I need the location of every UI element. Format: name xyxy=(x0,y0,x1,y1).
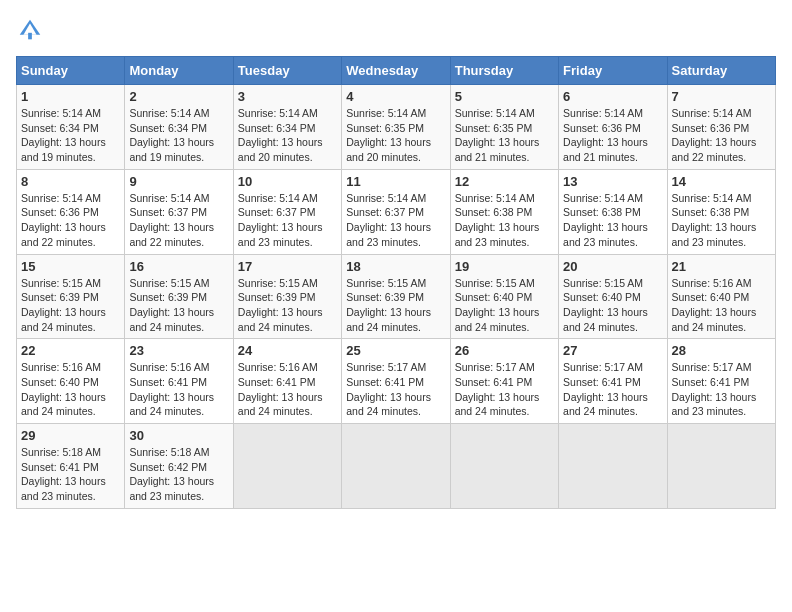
day-number: 29 xyxy=(21,428,120,443)
day-info: Sunrise: 5:15 AMSunset: 6:40 PMDaylight:… xyxy=(563,276,662,335)
header-day-sunday: Sunday xyxy=(17,57,125,85)
day-info: Sunrise: 5:16 AMSunset: 6:40 PMDaylight:… xyxy=(672,276,771,335)
calendar-cell: 16Sunrise: 5:15 AMSunset: 6:39 PMDayligh… xyxy=(125,254,233,339)
day-info: Sunrise: 5:14 AMSunset: 6:37 PMDaylight:… xyxy=(346,191,445,250)
day-number: 19 xyxy=(455,259,554,274)
day-number: 30 xyxy=(129,428,228,443)
calendar-table: SundayMondayTuesdayWednesdayThursdayFrid… xyxy=(16,56,776,509)
day-info: Sunrise: 5:15 AMSunset: 6:39 PMDaylight:… xyxy=(21,276,120,335)
header-day-saturday: Saturday xyxy=(667,57,775,85)
calendar-cell: 19Sunrise: 5:15 AMSunset: 6:40 PMDayligh… xyxy=(450,254,558,339)
calendar-cell: 12Sunrise: 5:14 AMSunset: 6:38 PMDayligh… xyxy=(450,169,558,254)
day-number: 21 xyxy=(672,259,771,274)
day-number: 15 xyxy=(21,259,120,274)
day-info: Sunrise: 5:14 AMSunset: 6:35 PMDaylight:… xyxy=(455,106,554,165)
day-info: Sunrise: 5:15 AMSunset: 6:39 PMDaylight:… xyxy=(238,276,337,335)
calendar-body: 1Sunrise: 5:14 AMSunset: 6:34 PMDaylight… xyxy=(17,85,776,509)
day-info: Sunrise: 5:17 AMSunset: 6:41 PMDaylight:… xyxy=(455,360,554,419)
day-number: 12 xyxy=(455,174,554,189)
calendar-cell: 15Sunrise: 5:15 AMSunset: 6:39 PMDayligh… xyxy=(17,254,125,339)
calendar-cell xyxy=(450,424,558,509)
day-number: 26 xyxy=(455,343,554,358)
day-number: 8 xyxy=(21,174,120,189)
calendar-cell: 8Sunrise: 5:14 AMSunset: 6:36 PMDaylight… xyxy=(17,169,125,254)
calendar-cell: 9Sunrise: 5:14 AMSunset: 6:37 PMDaylight… xyxy=(125,169,233,254)
week-row-5: 29Sunrise: 5:18 AMSunset: 6:41 PMDayligh… xyxy=(17,424,776,509)
calendar-cell xyxy=(342,424,450,509)
day-info: Sunrise: 5:18 AMSunset: 6:41 PMDaylight:… xyxy=(21,445,120,504)
day-info: Sunrise: 5:14 AMSunset: 6:37 PMDaylight:… xyxy=(129,191,228,250)
day-number: 23 xyxy=(129,343,228,358)
day-number: 28 xyxy=(672,343,771,358)
day-info: Sunrise: 5:14 AMSunset: 6:34 PMDaylight:… xyxy=(238,106,337,165)
calendar-cell: 20Sunrise: 5:15 AMSunset: 6:40 PMDayligh… xyxy=(559,254,667,339)
calendar-cell: 10Sunrise: 5:14 AMSunset: 6:37 PMDayligh… xyxy=(233,169,341,254)
day-number: 2 xyxy=(129,89,228,104)
calendar-cell: 6Sunrise: 5:14 AMSunset: 6:36 PMDaylight… xyxy=(559,85,667,170)
day-info: Sunrise: 5:14 AMSunset: 6:35 PMDaylight:… xyxy=(346,106,445,165)
day-info: Sunrise: 5:14 AMSunset: 6:36 PMDaylight:… xyxy=(672,106,771,165)
day-number: 6 xyxy=(563,89,662,104)
calendar-cell: 7Sunrise: 5:14 AMSunset: 6:36 PMDaylight… xyxy=(667,85,775,170)
day-info: Sunrise: 5:14 AMSunset: 6:38 PMDaylight:… xyxy=(455,191,554,250)
calendar-cell: 17Sunrise: 5:15 AMSunset: 6:39 PMDayligh… xyxy=(233,254,341,339)
day-info: Sunrise: 5:17 AMSunset: 6:41 PMDaylight:… xyxy=(346,360,445,419)
day-number: 24 xyxy=(238,343,337,358)
calendar-header: SundayMondayTuesdayWednesdayThursdayFrid… xyxy=(17,57,776,85)
day-number: 27 xyxy=(563,343,662,358)
logo xyxy=(16,16,44,44)
calendar-cell: 28Sunrise: 5:17 AMSunset: 6:41 PMDayligh… xyxy=(667,339,775,424)
day-info: Sunrise: 5:16 AMSunset: 6:41 PMDaylight:… xyxy=(238,360,337,419)
calendar-cell: 1Sunrise: 5:14 AMSunset: 6:34 PMDaylight… xyxy=(17,85,125,170)
day-info: Sunrise: 5:14 AMSunset: 6:36 PMDaylight:… xyxy=(563,106,662,165)
calendar-cell: 25Sunrise: 5:17 AMSunset: 6:41 PMDayligh… xyxy=(342,339,450,424)
day-info: Sunrise: 5:14 AMSunset: 6:36 PMDaylight:… xyxy=(21,191,120,250)
day-number: 25 xyxy=(346,343,445,358)
day-number: 5 xyxy=(455,89,554,104)
calendar-cell: 4Sunrise: 5:14 AMSunset: 6:35 PMDaylight… xyxy=(342,85,450,170)
day-info: Sunrise: 5:16 AMSunset: 6:40 PMDaylight:… xyxy=(21,360,120,419)
header-day-thursday: Thursday xyxy=(450,57,558,85)
calendar-cell: 24Sunrise: 5:16 AMSunset: 6:41 PMDayligh… xyxy=(233,339,341,424)
calendar-cell xyxy=(559,424,667,509)
header-day-monday: Monday xyxy=(125,57,233,85)
calendar-cell: 11Sunrise: 5:14 AMSunset: 6:37 PMDayligh… xyxy=(342,169,450,254)
day-number: 11 xyxy=(346,174,445,189)
header-day-tuesday: Tuesday xyxy=(233,57,341,85)
calendar-cell: 18Sunrise: 5:15 AMSunset: 6:39 PMDayligh… xyxy=(342,254,450,339)
week-row-3: 15Sunrise: 5:15 AMSunset: 6:39 PMDayligh… xyxy=(17,254,776,339)
day-number: 17 xyxy=(238,259,337,274)
calendar-cell: 26Sunrise: 5:17 AMSunset: 6:41 PMDayligh… xyxy=(450,339,558,424)
day-info: Sunrise: 5:17 AMSunset: 6:41 PMDaylight:… xyxy=(672,360,771,419)
calendar-cell: 23Sunrise: 5:16 AMSunset: 6:41 PMDayligh… xyxy=(125,339,233,424)
calendar-cell: 14Sunrise: 5:14 AMSunset: 6:38 PMDayligh… xyxy=(667,169,775,254)
day-info: Sunrise: 5:15 AMSunset: 6:40 PMDaylight:… xyxy=(455,276,554,335)
calendar-cell: 5Sunrise: 5:14 AMSunset: 6:35 PMDaylight… xyxy=(450,85,558,170)
logo-icon xyxy=(16,16,44,44)
week-row-4: 22Sunrise: 5:16 AMSunset: 6:40 PMDayligh… xyxy=(17,339,776,424)
day-number: 7 xyxy=(672,89,771,104)
header-day-wednesday: Wednesday xyxy=(342,57,450,85)
day-number: 10 xyxy=(238,174,337,189)
day-info: Sunrise: 5:15 AMSunset: 6:39 PMDaylight:… xyxy=(346,276,445,335)
calendar-cell: 27Sunrise: 5:17 AMSunset: 6:41 PMDayligh… xyxy=(559,339,667,424)
day-info: Sunrise: 5:14 AMSunset: 6:34 PMDaylight:… xyxy=(129,106,228,165)
day-info: Sunrise: 5:14 AMSunset: 6:38 PMDaylight:… xyxy=(672,191,771,250)
day-info: Sunrise: 5:14 AMSunset: 6:37 PMDaylight:… xyxy=(238,191,337,250)
week-row-2: 8Sunrise: 5:14 AMSunset: 6:36 PMDaylight… xyxy=(17,169,776,254)
day-number: 16 xyxy=(129,259,228,274)
calendar-cell: 22Sunrise: 5:16 AMSunset: 6:40 PMDayligh… xyxy=(17,339,125,424)
day-number: 18 xyxy=(346,259,445,274)
day-number: 13 xyxy=(563,174,662,189)
page-header xyxy=(16,16,776,44)
header-row: SundayMondayTuesdayWednesdayThursdayFrid… xyxy=(17,57,776,85)
day-number: 14 xyxy=(672,174,771,189)
calendar-cell xyxy=(667,424,775,509)
day-number: 3 xyxy=(238,89,337,104)
calendar-cell: 21Sunrise: 5:16 AMSunset: 6:40 PMDayligh… xyxy=(667,254,775,339)
svg-rect-2 xyxy=(28,33,32,40)
calendar-cell: 30Sunrise: 5:18 AMSunset: 6:42 PMDayligh… xyxy=(125,424,233,509)
day-number: 9 xyxy=(129,174,228,189)
day-info: Sunrise: 5:15 AMSunset: 6:39 PMDaylight:… xyxy=(129,276,228,335)
calendar-cell: 3Sunrise: 5:14 AMSunset: 6:34 PMDaylight… xyxy=(233,85,341,170)
